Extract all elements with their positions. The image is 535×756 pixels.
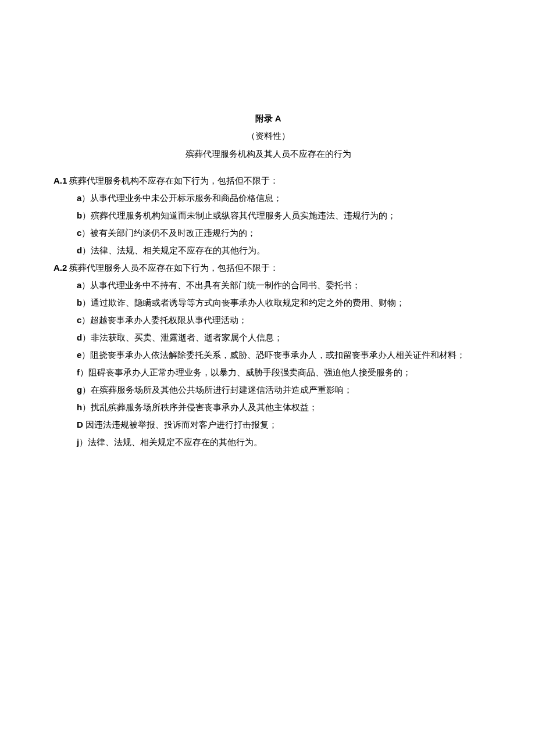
section-number: A.1 — [54, 175, 67, 185]
section-a2-list: a）从事代理业务中不持有、不出具有关部门统一制作的合同书、委托书； b）通过欺诈… — [50, 277, 486, 450]
item-text: ）非法获取、买卖、泄露逝者、逝者家属个人信息； — [82, 333, 283, 342]
item-text: ）通过欺诈、隐瞒或者诱导等方式向丧事承办人收取规定和约定之外的费用、财物； — [82, 298, 405, 307]
item-text: ）从事代理业务中未公开标示服务和商品价格信息； — [81, 194, 282, 203]
list-item: a）从事代理业务中未公开标示服务和商品价格信息； — [77, 190, 486, 206]
list-item: g）在殡葬服务场所及其他公共场所进行封建迷信活动并造成严重影响； — [77, 382, 486, 398]
item-letter: g — [77, 385, 82, 395]
document-page: 附录 A （资料性） 殡葬代理服务机构及其人员不应存在的行为 A.1 殡葬代理服… — [0, 0, 535, 486]
list-item: f）阻碍丧事承办人正常办理业务，以暴力、威胁手段强卖商品、强迫他人接受服务的； — [77, 364, 486, 381]
list-item: j）法律、法规、相关规定不应存在的其他行为。 — [77, 434, 486, 450]
section-a1: A.1 殡葬代理服务机构不应存在如下行为，包括但不限于： a）从事代理业务中未公… — [50, 173, 486, 259]
appendix-subtitle: （资料性） — [50, 128, 486, 144]
list-item: b）通过欺诈、隐瞒或者诱导等方式向丧事承办人收取规定和约定之外的费用、财物； — [77, 295, 486, 311]
list-item: b）殡葬代理服务机构知道而未制止或纵容其代理服务人员实施违法、违规行为的； — [77, 207, 486, 224]
list-item: e）阻挠丧事承办人依法解除委托关系，威胁、恐吓丧事承办人，或扣留丧事承办人相关证… — [77, 347, 486, 363]
list-item: c）被有关部门约谈仍不及时改正违规行为的； — [77, 225, 486, 241]
list-item: h）扰乱殡葬服务场所秩序并侵害丧事承办人及其他主体权益； — [77, 399, 486, 415]
list-item: a）从事代理业务中不持有、不出具有关部门统一制作的合同书、委托书； — [77, 277, 486, 293]
item-text: ）扰乱殡葬服务场所秩序并侵害丧事承办人及其他主体权益； — [82, 403, 318, 412]
item-letter: b — [77, 298, 82, 307]
item-letter: d — [77, 245, 82, 255]
document-header: 附录 A （资料性） 殡葬代理服务机构及其人员不应存在的行为 — [50, 110, 486, 162]
item-text: ）从事代理业务中不持有、不出具有关部门统一制作的合同书、委托书； — [81, 281, 361, 290]
list-item: d）法律、法规、相关规定不应存在的其他行为。 — [77, 242, 486, 259]
item-text: ）法律、法规、相关规定不应存在的其他行为。 — [82, 246, 265, 255]
item-text: ）法律、法规、相关规定不应存在的其他行为。 — [79, 438, 262, 447]
appendix-heading: 殡葬代理服务机构及其人员不应存在的行为 — [50, 146, 486, 162]
section-number: A.2 — [54, 263, 67, 273]
list-item: D 因违法违规被举报、投诉而对客户进行打击报复； — [77, 417, 486, 433]
section-a2: A.2 殡葬代理服务人员不应存在如下行为，包括但不限于： a）从事代理业务中不持… — [50, 260, 486, 450]
item-text: ）被有关部门约谈仍不及时改正违规行为的； — [81, 228, 256, 238]
item-text: ）超越丧事承办人委托权限从事代理活动； — [81, 316, 247, 325]
item-text: 因违法违规被举报、投诉而对客户进行打击报复； — [83, 420, 277, 429]
item-letter: b — [77, 210, 82, 220]
item-text: ）阻挠丧事承办人依法解除委托关系，威胁、恐吓丧事承办人，或扣留丧事承办人相关证件… — [81, 350, 465, 360]
section-a1-title: A.1 殡葬代理服务机构不应存在如下行为，包括但不限于： — [54, 173, 486, 189]
item-letter: d — [77, 332, 82, 342]
item-text: ）殡葬代理服务机构知道而未制止或纵容其代理服务人员实施违法、违规行为的； — [82, 211, 396, 220]
section-a1-list: a）从事代理业务中未公开标示服务和商品价格信息； b）殡葬代理服务机构知道而未制… — [50, 190, 486, 259]
section-title-text: 殡葬代理服务机构不应存在如下行为，包括但不限于： — [67, 176, 279, 185]
item-text: ）在殡葬服务场所及其他公共场所进行封建迷信活动并造成严重影响； — [82, 385, 352, 395]
item-text: ）阻碍丧事承办人正常办理业务，以暴力、威胁手段强卖商品、强迫他人接受服务的； — [80, 368, 411, 377]
section-title-text: 殡葬代理服务人员不应存在如下行为，包括但不限于： — [67, 263, 279, 273]
item-letter: h — [77, 402, 82, 412]
item-letter: D — [77, 420, 83, 429]
list-item: d）非法获取、买卖、泄露逝者、逝者家属个人信息； — [77, 329, 486, 346]
list-item: c）超越丧事承办人委托权限从事代理活动； — [77, 312, 486, 328]
appendix-title: 附录 A — [50, 110, 486, 126]
section-a2-title: A.2 殡葬代理服务人员不应存在如下行为，包括但不限于： — [54, 260, 486, 276]
